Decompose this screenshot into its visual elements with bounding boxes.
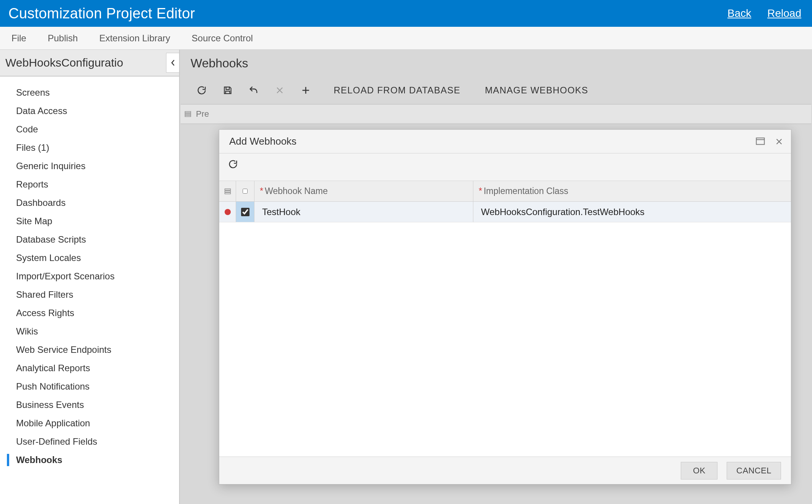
background-col-label: Pre (196, 109, 209, 119)
refresh-icon (196, 85, 207, 96)
top-header: Customization Project Editor Back Reload (0, 0, 812, 27)
menu-publish[interactable]: Publish (48, 33, 78, 44)
delete-button (269, 81, 291, 99)
menu-file[interactable]: File (11, 33, 26, 44)
dialog-grid-body: TestHookWebHooksConfiguration.TestWebHoo… (219, 202, 791, 457)
refresh-button[interactable] (191, 81, 213, 99)
col-header-impl-class[interactable]: * Implementation Class (473, 181, 791, 201)
row-checkbox[interactable] (241, 208, 249, 216)
dialog-grid-header: * Webhook Name * Implementation Class (219, 181, 791, 202)
svg-rect-0 (185, 111, 191, 113)
col-header-name-label: Webhook Name (265, 186, 328, 196)
sidebar-item-system-locales[interactable]: System Locales (0, 249, 179, 267)
sidebar-item-import-export-scenarios[interactable]: Import/Export Scenarios (0, 267, 179, 285)
sidebar-item-screens[interactable]: Screens (0, 83, 179, 102)
table-row[interactable]: TestHookWebHooksConfiguration.TestWebHoo… (219, 202, 791, 222)
sidebar-item-access-rights[interactable]: Access Rights (0, 304, 179, 322)
dialog-close-button[interactable] (775, 137, 783, 146)
sidebar-item-generic-inquiries[interactable]: Generic Inquiries (0, 157, 179, 175)
sidebar-item-site-map[interactable]: Site Map (0, 212, 179, 230)
sidebar-item-mobile-application[interactable]: Mobile Application (0, 414, 179, 432)
menu-bar: File Publish Extension Library Source Co… (0, 27, 812, 50)
sidebar-item-analytical-reports[interactable]: Analytical Reports (0, 359, 179, 377)
svg-rect-3 (757, 138, 765, 144)
cell-webhook-name[interactable]: TestHook (254, 202, 473, 222)
close-icon (275, 86, 284, 95)
sidebar-item-data-access[interactable]: Data Access (0, 102, 179, 120)
add-webhooks-dialog: Add Webhooks * Webhook Name * Implementa (219, 129, 791, 484)
svg-rect-7 (225, 192, 230, 194)
sidebar-item-reports[interactable]: Reports (0, 175, 179, 194)
ok-button[interactable]: OK (681, 462, 717, 480)
close-icon (775, 137, 783, 146)
dialog-window-controls (756, 137, 783, 146)
content-title: Webhooks (180, 50, 812, 77)
row-select-cell[interactable] (236, 202, 254, 222)
dialog-titlebar: Add Webhooks (219, 130, 791, 153)
sidebar-item-shared-filters[interactable]: Shared Filters (0, 285, 179, 304)
header-links: Back Reload (727, 7, 801, 20)
undo-button[interactable] (243, 81, 265, 99)
back-link[interactable]: Back (727, 7, 751, 20)
sidebar: WebHooksConfiguratio ScreensData AccessC… (0, 50, 180, 504)
menu-source-control[interactable]: Source Control (192, 33, 253, 44)
cell-implementation-class[interactable]: WebHooksConfiguration.TestWebHooks (473, 202, 791, 222)
sidebar-item-web-service-endpoints[interactable]: Web Service Endpoints (0, 341, 179, 359)
dialog-title: Add Webhooks (229, 135, 297, 147)
cancel-button[interactable]: CANCEL (727, 462, 781, 480)
select-all-header[interactable] (236, 181, 254, 201)
sidebar-list: ScreensData AccessCodeFiles (1)Generic I… (0, 77, 179, 469)
sidebar-item-code[interactable]: Code (0, 120, 179, 139)
select-all-checkbox[interactable] (243, 189, 248, 194)
sidebar-item-database-scripts[interactable]: Database Scripts (0, 230, 179, 249)
dialog-refresh-button[interactable] (228, 159, 248, 176)
row-status-cell (219, 202, 236, 222)
svg-rect-1 (185, 113, 191, 114)
dialog-maximize-button[interactable] (756, 137, 765, 146)
reload-link[interactable]: Reload (767, 7, 801, 20)
dialog-toolbar (219, 153, 791, 181)
row-options-icon (224, 188, 232, 195)
sidebar-collapse-button[interactable] (166, 53, 179, 73)
undo-icon (248, 85, 259, 96)
reload-from-db-button[interactable]: RELOAD FROM DATABASE (334, 85, 460, 96)
svg-rect-2 (185, 115, 191, 116)
menu-extension-library[interactable]: Extension Library (99, 33, 170, 44)
save-icon (223, 85, 233, 95)
sidebar-header: WebHooksConfiguratio (0, 50, 179, 77)
caret-left-icon (171, 59, 175, 66)
manage-webhooks-button[interactable]: MANAGE WEBHOOKS (485, 85, 588, 96)
required-asterisk: * (260, 186, 263, 196)
unsaved-indicator-icon (225, 209, 231, 215)
save-button[interactable] (217, 81, 239, 99)
sidebar-item-dashboards[interactable]: Dashboards (0, 194, 179, 212)
row-options-icon (184, 110, 192, 118)
sidebar-item-files-1[interactable]: Files (1) (0, 139, 179, 157)
required-asterisk: * (479, 186, 482, 196)
content-toolbar: RELOAD FROM DATABASE MANAGE WEBHOOKS (180, 77, 812, 104)
svg-rect-6 (225, 191, 230, 192)
sidebar-item-push-notifications[interactable]: Push Notifications (0, 377, 179, 396)
row-options-header[interactable] (219, 181, 236, 201)
refresh-icon (228, 159, 238, 170)
maximize-icon (756, 137, 765, 145)
dialog-footer: OK CANCEL (219, 457, 791, 484)
col-header-impl-label: Implementation Class (484, 186, 568, 196)
project-name: WebHooksConfiguratio (5, 56, 123, 69)
background-grid-header: Pre (181, 104, 811, 124)
svg-rect-5 (225, 189, 230, 190)
app-title: Customization Project Editor (8, 5, 195, 22)
sidebar-item-wikis[interactable]: Wikis (0, 322, 179, 341)
sidebar-item-user-defined-fields[interactable]: User-Defined Fields (0, 432, 179, 451)
col-header-webhook-name[interactable]: * Webhook Name (254, 181, 473, 201)
sidebar-item-webhooks[interactable]: Webhooks (0, 451, 179, 469)
plus-icon (301, 85, 311, 95)
sidebar-item-business-events[interactable]: Business Events (0, 396, 179, 414)
add-button[interactable] (295, 81, 317, 99)
